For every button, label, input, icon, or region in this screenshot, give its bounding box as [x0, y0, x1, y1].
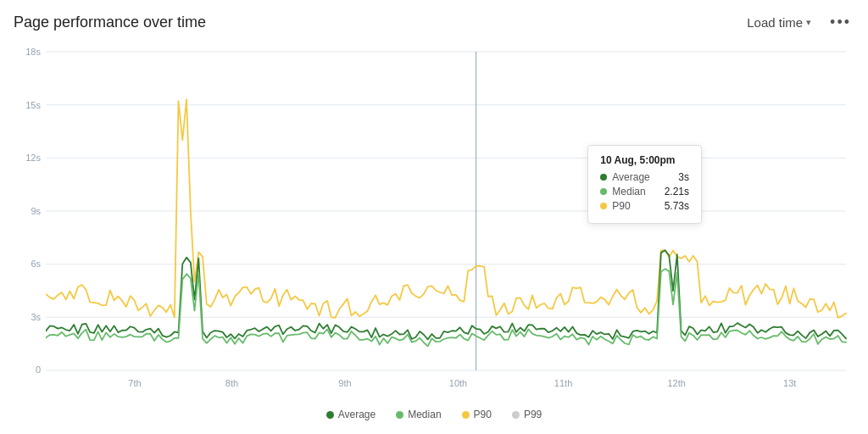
x-axis-label: 7th [128, 378, 141, 388]
y-axis: 18s15s12s9s6s3s0 [14, 43, 46, 402]
x-axis-label: 10th [449, 378, 467, 388]
x-axis: 7th8th9th10th11th12th13t [46, 375, 854, 402]
legend-label: P90 [474, 409, 492, 420]
y-axis-label: 15s [25, 100, 41, 110]
legend-label: P99 [524, 409, 542, 420]
y-axis-label: 0 [36, 364, 41, 375]
y-axis-label: 3s [31, 312, 41, 322]
header-controls: Load time ▾ ••• [742, 10, 854, 35]
load-time-label: Load time [747, 15, 803, 30]
line-chart-svg [46, 43, 854, 375]
x-axis-label: 12th [667, 378, 685, 388]
legend-item: Average [326, 409, 376, 420]
legend-dot [512, 411, 520, 419]
y-axis-label: 6s [31, 259, 41, 269]
legend-dot [462, 411, 470, 419]
legend-item: P90 [462, 409, 492, 420]
legend-item: Median [396, 409, 441, 420]
legend-dot [396, 411, 403, 419]
x-axis-label: 9th [338, 378, 351, 388]
y-axis-label: 18s [25, 47, 41, 57]
x-axis-label: 13t [783, 378, 796, 388]
legend-label: Median [408, 409, 441, 420]
chevron-down-icon: ▾ [806, 17, 811, 28]
legend-dot [326, 411, 334, 419]
y-axis-label: 12s [25, 153, 41, 163]
chart-title: Page performance over time [14, 14, 206, 31]
more-options-button[interactable]: ••• [826, 10, 854, 35]
legend-label: Average [338, 409, 376, 420]
chart-header: Page performance over time Load time ▾ •… [14, 10, 854, 35]
chart-container: Page performance over time Load time ▾ •… [0, 0, 868, 434]
chart-inner: 7th8th9th10th11th12th13t 10 Aug, 5:00pm … [46, 43, 854, 402]
load-time-dropdown[interactable]: Load time ▾ [742, 12, 816, 33]
x-axis-label: 11th [554, 378, 572, 388]
chart-area: 18s15s12s9s6s3s0 7th8th9th10th11th12th13… [14, 43, 854, 402]
legend-item: P99 [512, 409, 542, 420]
chart-legend: Average Median P90 P99 [14, 402, 854, 427]
x-axis-label: 8th [225, 378, 238, 388]
y-axis-label: 9s [31, 206, 41, 216]
